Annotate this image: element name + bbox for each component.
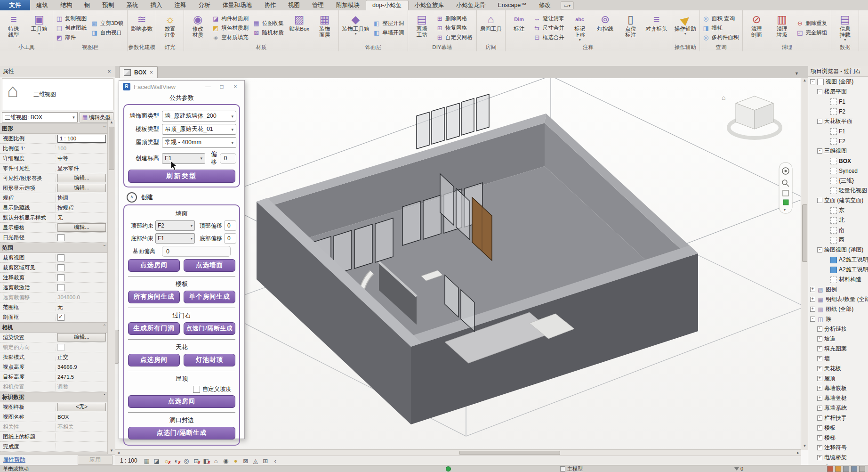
shadows-icon[interactable]: ◐✗ xyxy=(173,457,180,464)
tag-move-up-button[interactable]: abc标记上移▾ xyxy=(568,11,592,44)
apply-button[interactable]: 应用 xyxy=(78,456,113,465)
expand-icon[interactable]: + xyxy=(810,307,815,312)
horizontal-scrollbar[interactable]: ◄ ► xyxy=(115,449,801,456)
prop-value-text[interactable]: 2471.5 xyxy=(57,374,74,380)
tree-item-填充图案[interactable]: +填充图案 xyxy=(808,344,868,354)
expand-icon[interactable]: + xyxy=(810,297,815,302)
tree-item-F2[interactable]: F2 xyxy=(808,136,868,146)
tree-item-图例[interactable]: +▧图例 xyxy=(808,285,868,294)
tree-item-F1[interactable]: F1 xyxy=(808,126,868,136)
tree-item-三维视图[interactable]: -三维视图 xyxy=(808,146,868,156)
expand-icon[interactable]: + xyxy=(817,396,822,401)
tree-item-幕墙嵌板[interactable]: +幕墙嵌板 xyxy=(808,383,868,393)
tree-item-分析链接[interactable]: +分析链接 xyxy=(808,324,868,334)
prop-value-input[interactable]: 1 : 100 xyxy=(57,135,106,143)
scroll-up-icon[interactable]: ▲ xyxy=(108,120,115,126)
tree-item-立面 (建筑立面)[interactable]: -立面 (建筑立面) xyxy=(808,195,868,205)
prop-value-text[interactable]: 显示零件 xyxy=(57,165,79,172)
menu-tab-注释[interactable]: 注释 xyxy=(169,0,193,10)
rendering-icon[interactable]: ◎ xyxy=(183,457,190,464)
custom-grid-button[interactable]: ⊞自定义网格 xyxy=(435,33,475,42)
tree-item-天花板[interactable]: +天花板 xyxy=(808,364,868,374)
generate-all-rooms-button[interactable]: 所有房间生成 xyxy=(128,291,180,303)
pick-room-roof-button[interactable]: 点选房间 xyxy=(128,395,235,408)
section-box-lock-icon[interactable]: ⊞ xyxy=(262,457,269,464)
menu-tab-修改[interactable]: 修改 xyxy=(533,0,557,10)
collapse-icon[interactable]: ‹ xyxy=(272,457,279,464)
file-menu-button[interactable]: 文件 xyxy=(0,0,30,10)
ribbon-collapse-button[interactable]: ▭▾ xyxy=(561,1,574,9)
vertical-scrollbar[interactable]: ▲ ▼ xyxy=(801,78,808,450)
floor-type-dropdown[interactable]: 吊顶_原始天花_01 ▾ xyxy=(162,124,236,135)
create-section-header[interactable]: ∧ 创建 xyxy=(127,192,244,203)
free-viewport-button[interactable]: ◨自由视口 xyxy=(90,28,126,37)
scrollbar-thumb[interactable] xyxy=(109,127,114,170)
finish-layer-button[interactable]: ▦装饰面层 xyxy=(313,11,337,44)
menu-tab-dop-小鲶鱼[interactable]: dop-小鲶鱼 xyxy=(366,0,409,10)
worksharing-display-icon[interactable]: ⊠ xyxy=(242,457,249,464)
collapse-icon[interactable]: - xyxy=(817,89,822,94)
expand-icon[interactable]: + xyxy=(817,336,822,342)
close-icon[interactable]: × xyxy=(150,69,153,76)
box-select-merge-button[interactable]: ⊡框选合并 xyxy=(532,33,567,42)
pick-room-ceiling-button[interactable]: 点选房间 xyxy=(128,354,180,366)
whole-floor-opening-button[interactable]: ◧整层开洞 xyxy=(372,19,406,28)
expand-icon[interactable]: + xyxy=(817,356,822,361)
tree-item-{三维}[interactable]: {三维} xyxy=(808,176,868,186)
tree-item-图纸 (全部)[interactable]: +▥图纸 (全部) xyxy=(808,304,868,314)
prop-value-text[interactable]: 正交 xyxy=(57,354,68,361)
tree-item-东[interactable]: 东 xyxy=(808,205,868,215)
copy-view-button[interactable]: ◫复制视图 xyxy=(55,14,89,23)
multi-element-area-button[interactable]: ◎多构件面积 xyxy=(701,33,741,42)
prop-value-text[interactable]: 无 xyxy=(57,304,63,311)
select-by-face-icon[interactable] xyxy=(851,466,857,472)
edit-button[interactable]: 编辑... xyxy=(57,184,106,192)
collapse-icon[interactable]: - xyxy=(817,148,822,154)
menu-tab-建筑[interactable]: 建筑 xyxy=(30,0,54,10)
checkbox[interactable] xyxy=(57,264,64,271)
tree-item-视图 (全部)[interactable]: -视图 (全部) xyxy=(808,77,868,87)
place-light-strip-button[interactable]: ☼放置灯带 xyxy=(158,11,182,44)
tree-item-注释符号[interactable]: +注释符号 xyxy=(808,443,868,453)
menu-tab-预制[interactable]: 预制 xyxy=(96,0,121,10)
prop-section-图形[interactable]: 图形ˆ xyxy=(0,123,107,134)
expand-icon[interactable]: + xyxy=(810,287,815,292)
ungroup-all-button[interactable]: ◰完全解组 xyxy=(795,28,829,37)
menu-tab-小鲶鱼族库[interactable]: 小鲶鱼族库 xyxy=(409,0,450,10)
clean-section-button[interactable]: ⊘清理剖面 xyxy=(744,11,769,44)
menu-tab-管理[interactable]: 管理 xyxy=(306,0,330,10)
align-heads-button[interactable]: ≡对齐标头 xyxy=(644,11,669,44)
room-tools-button[interactable]: ⌂房间工具 xyxy=(478,11,504,44)
scroll-down-icon[interactable]: ▼ xyxy=(108,448,115,454)
info-mount-button[interactable]: ▤信息挂载▾ xyxy=(833,11,857,44)
tree-item-楼层平面[interactable]: -楼层平面 xyxy=(808,87,868,97)
tree-item-明细表/数量 (全部)[interactable]: +▦明细表/数量 (全部) xyxy=(808,294,868,304)
selection-filter[interactable]: 0 xyxy=(734,466,743,472)
bitmap-collect-button[interactable]: ▦位图收集 xyxy=(252,19,286,28)
dialog-titlebar[interactable]: R FacedWallView — □ × xyxy=(119,81,244,93)
collapse-icon[interactable]: - xyxy=(817,198,822,203)
create-level-dropdown[interactable]: F1 ▾ xyxy=(162,153,205,164)
expand-icon[interactable]: + xyxy=(817,415,822,421)
prop-value-text[interactable]: BOX xyxy=(57,414,69,420)
crop-view-icon[interactable]: ⊡✗ xyxy=(193,457,200,464)
operation-assist-button[interactable]: ▶操作辅助▾ xyxy=(673,11,698,44)
tree-item-BOX[interactable]: BOX xyxy=(808,156,868,166)
view-type-dropdown[interactable]: 三维视图: BOX ▾ xyxy=(2,112,78,122)
prop-value-text[interactable]: 中等 xyxy=(57,155,68,162)
special-linetype-button[interactable]: ≡特殊线型 xyxy=(1,11,26,44)
view-cube[interactable]: ⌂ xyxy=(722,94,780,138)
scrollbar-thumb[interactable] xyxy=(459,451,560,455)
prop-section-相机[interactable]: 相机ˆ xyxy=(0,322,107,333)
detail-level-icon[interactable]: ▦ xyxy=(143,457,151,464)
close-icon[interactable]: × xyxy=(230,83,241,90)
checkbox[interactable] xyxy=(57,314,64,321)
delete-duplicates-button[interactable]: ⊖删除重复 xyxy=(795,19,829,28)
menu-tab-体量和场地[interactable]: 体量和场地 xyxy=(217,0,258,10)
expand-icon[interactable]: + xyxy=(817,445,822,450)
dim-merge-button[interactable]: ⇆尺寸合并 xyxy=(532,24,567,33)
checkbox[interactable] xyxy=(57,254,64,261)
custom-slope-checkbox[interactable] xyxy=(193,386,200,393)
drag-elements-icon[interactable] xyxy=(859,466,865,472)
point-annotation-button[interactable]: ▯点位标注 xyxy=(619,11,643,44)
